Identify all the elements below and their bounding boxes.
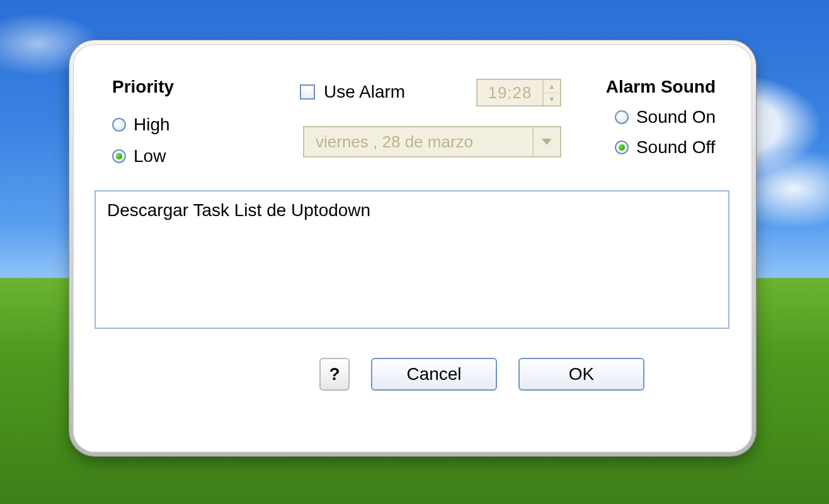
priority-heading: Priority: [112, 77, 174, 97]
spinner-down-icon[interactable]: ▼: [544, 93, 560, 106]
chevron-down-icon: [542, 139, 552, 145]
spinner-buttons[interactable]: ▲ ▼: [542, 80, 560, 105]
use-alarm-label: Use Alarm: [324, 82, 405, 102]
sound-off-radio[interactable]: Sound Off: [615, 137, 716, 158]
task-description-textarea[interactable]: [94, 190, 729, 329]
alarm-time-value: 19:28: [477, 83, 542, 103]
sound-radio-group: Sound On Sound Off: [615, 107, 716, 158]
radio-icon: [615, 140, 629, 154]
checkbox-icon: [300, 84, 315, 100]
priority-low-label: Low: [134, 146, 166, 166]
task-dialog-frame: Priority High Low Use Alarm: [69, 40, 756, 456]
sound-on-label: Sound On: [636, 107, 716, 127]
ok-button[interactable]: OK: [518, 358, 644, 391]
spinner-up-icon[interactable]: ▲: [544, 80, 560, 93]
alarm-date-value: viernes , 28 de marzo: [316, 132, 473, 152]
radio-icon: [112, 118, 126, 132]
help-button[interactable]: ?: [319, 358, 350, 391]
radio-icon: [112, 149, 126, 163]
task-dialog: Priority High Low Use Alarm: [73, 44, 752, 452]
desktop-wallpaper: Priority High Low Use Alarm: [0, 0, 829, 504]
sound-off-label: Sound Off: [636, 137, 716, 158]
alarm-sound-heading: Alarm Sound: [606, 77, 716, 97]
date-dropdown-button[interactable]: [532, 127, 560, 156]
priority-radio-group: High Low: [112, 115, 170, 166]
sound-on-radio[interactable]: Sound On: [615, 107, 716, 127]
priority-high-label: High: [134, 115, 170, 135]
priority-low-radio[interactable]: Low: [112, 146, 170, 166]
alarm-date-picker[interactable]: viernes , 28 de marzo: [303, 126, 561, 158]
priority-high-radio[interactable]: High: [112, 115, 170, 135]
cancel-button[interactable]: Cancel: [371, 358, 497, 391]
radio-icon: [615, 110, 629, 124]
alarm-time-spinner[interactable]: 19:28 ▲ ▼: [476, 79, 561, 106]
dialog-button-row: ? Cancel OK: [73, 358, 752, 391]
